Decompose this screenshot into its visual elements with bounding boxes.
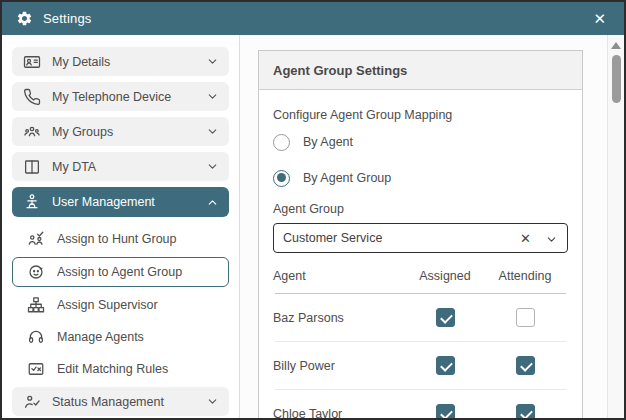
vertical-scrollbar[interactable] (607, 35, 624, 418)
sidebar-item-assign-to-hunt-group[interactable]: Assign to Hunt Group (12, 225, 229, 253)
agent-group-select-value: Customer Service (283, 231, 516, 245)
agent-group-select[interactable]: Customer Service ✕ (273, 223, 568, 253)
sidebar-item-label: Status Management (52, 395, 206, 409)
sidebar-item-my-details[interactable]: My Details (12, 47, 229, 76)
user-podium-icon (22, 193, 41, 212)
gear-icon (16, 10, 33, 27)
agent-group-field-label: Agent Group (273, 202, 568, 216)
column-header-agent: Agent (273, 269, 408, 283)
attending-checkbox[interactable] (516, 308, 535, 327)
sidebar-item-status-management[interactable]: Status Management (12, 387, 229, 416)
sidebar-item-label: My DTA (52, 160, 206, 174)
sidebar-item-user-management[interactable]: User Management (12, 187, 229, 217)
close-icon[interactable]: ✕ (589, 9, 610, 28)
table-header-row: Agent Assigned Attending (273, 265, 568, 293)
table-row: Billy Power (273, 342, 568, 389)
attending-checkbox[interactable] (516, 356, 535, 375)
assigned-checkbox[interactable] (436, 308, 455, 327)
sidebar-item-label: Edit Matching Rules (57, 362, 218, 376)
panel-body: Configure Agent Group Mapping By Agent B… (259, 90, 582, 418)
agent-group-settings-panel: Agent Group Settings Configure Agent Gro… (258, 50, 583, 418)
sidebar-item-my-telephone-device[interactable]: My Telephone Device (12, 82, 229, 111)
chevron-down-icon (206, 160, 219, 173)
chevron-down-icon (206, 395, 219, 408)
assigned-checkbox[interactable] (436, 404, 455, 418)
chevron-up-icon (206, 196, 219, 209)
radio-label: By Agent (303, 135, 353, 149)
clear-icon[interactable]: ✕ (516, 231, 535, 246)
main-area: My Details My Telephone Device My Groups (2, 35, 624, 418)
sidebar-item-label: My Details (52, 55, 206, 69)
table-row: Baz Parsons (273, 294, 568, 341)
chevron-down-icon (206, 55, 219, 68)
window-title: Settings (43, 11, 92, 26)
chevron-down-icon (206, 125, 219, 138)
agent-name: Billy Power (273, 359, 408, 373)
sidebar-item-label: My Groups (52, 125, 206, 139)
id-card-icon (22, 52, 41, 71)
column-header-assigned: Assigned (419, 269, 470, 283)
scrollbar-thumb[interactable] (612, 55, 621, 103)
sidebar-item-label: Assign Supervisor (57, 298, 218, 312)
sidebar-item-manage-agents[interactable]: Manage Agents (12, 323, 229, 351)
title-bar: Settings ✕ (2, 2, 624, 35)
sidebar-item-edit-matching-rules[interactable]: Edit Matching Rules (12, 355, 229, 383)
scroll-up-arrow-icon[interactable] (611, 42, 621, 49)
radio-icon[interactable] (273, 170, 290, 187)
sidebar-item-my-dta[interactable]: My DTA (12, 152, 229, 181)
sidebar-item-assign-to-agent-group[interactable]: Assign to Agent Group (12, 257, 229, 287)
settings-content: Agent Group Settings Configure Agent Gro… (240, 35, 607, 418)
sidebar-item-my-groups[interactable]: My Groups (12, 117, 229, 146)
radio-label: By Agent Group (303, 171, 391, 185)
phone-icon (22, 87, 41, 106)
sidebar-item-label: My Telephone Device (52, 90, 206, 104)
split-panel-icon (22, 157, 41, 176)
radio-by-agent[interactable]: By Agent (273, 124, 568, 160)
sidebar-item-label: Assign to Agent Group (57, 265, 218, 279)
radio-icon[interactable] (273, 134, 290, 151)
chevron-down-icon[interactable] (545, 232, 558, 245)
table-row: Chloe Taylor (273, 390, 568, 418)
org-chart-icon (26, 296, 45, 315)
chevron-down-icon (206, 90, 219, 103)
radio-by-agent-group[interactable]: By Agent Group (273, 160, 568, 196)
status-person-icon (22, 392, 41, 411)
attending-checkbox[interactable] (516, 404, 535, 418)
mapping-section-label: Configure Agent Group Mapping (273, 108, 568, 122)
sidebar-item-assign-supervisor[interactable]: Assign Supervisor (12, 291, 229, 319)
agent-face-icon (26, 263, 45, 282)
rules-checkbox-icon (26, 360, 45, 379)
settings-window: Settings ✕ My Details My Telephone Devic… (0, 0, 626, 420)
sidebar-item-label: User Management (52, 195, 206, 209)
settings-sidebar: My Details My Telephone Device My Groups (2, 35, 240, 418)
headset-icon (26, 328, 45, 347)
sidebar-item-label: Manage Agents (57, 330, 218, 344)
hunt-group-icon (26, 230, 45, 249)
agent-name: Baz Parsons (273, 311, 408, 325)
assigned-checkbox[interactable] (436, 356, 455, 375)
sidebar-item-label: Assign to Hunt Group (57, 232, 218, 246)
panel-title: Agent Group Settings (259, 51, 582, 90)
agents-table: Agent Assigned Attending Baz Parsons (273, 265, 568, 418)
column-header-attending: Attending (499, 269, 552, 283)
agent-name: Chloe Taylor (273, 407, 408, 419)
people-group-icon (22, 122, 41, 141)
